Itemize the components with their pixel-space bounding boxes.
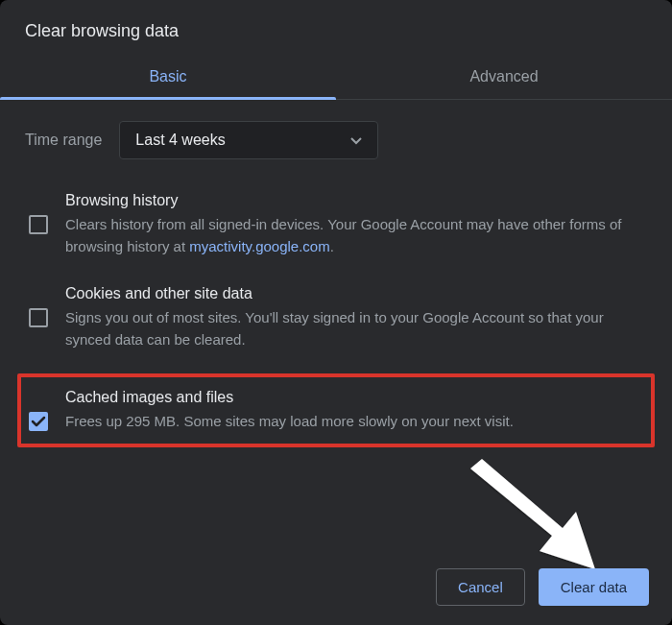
- myactivity-link[interactable]: myactivity.google.com: [189, 238, 329, 254]
- checkbox-browsing-history[interactable]: [29, 215, 48, 234]
- option-title: Cookies and other site data: [65, 285, 643, 302]
- clear-browsing-data-dialog: Clear browsing data Basic Advanced Time …: [0, 0, 672, 625]
- time-range-row: Time range Last 4 weeks: [25, 121, 647, 159]
- option-cookies: Cookies and other site data Signs you ou…: [25, 279, 647, 373]
- time-range-value: Last 4 weeks: [135, 132, 225, 149]
- chevron-down-icon: [350, 132, 362, 149]
- option-title: Browsing history: [65, 192, 643, 209]
- dialog-footer: Cancel Clear data: [436, 568, 649, 606]
- tab-basic-label: Basic: [149, 68, 186, 84]
- highlight-box: Cached images and files Frees up 295 MB.…: [17, 373, 655, 447]
- tab-advanced[interactable]: Advanced: [336, 57, 672, 99]
- option-desc-tail: .: [330, 238, 334, 254]
- option-desc: Frees up 295 MB. Some sites may load mor…: [65, 410, 639, 432]
- option-cache: Cached images and files Frees up 295 MB.…: [25, 383, 643, 438]
- clear-data-button-label: Clear data: [561, 579, 627, 595]
- tab-basic[interactable]: Basic: [0, 57, 336, 99]
- checkbox-cache[interactable]: [29, 412, 48, 431]
- option-desc-text: Clears history from all signed-in device…: [65, 216, 621, 254]
- cancel-button-label: Cancel: [458, 579, 503, 595]
- option-desc: Signs you out of most sites. You'll stay…: [65, 306, 643, 351]
- tab-bar: Basic Advanced: [0, 57, 672, 100]
- check-icon: [30, 413, 47, 430]
- checkbox-cookies[interactable]: [29, 308, 48, 327]
- time-range-select[interactable]: Last 4 weeks: [119, 121, 378, 159]
- tab-advanced-label: Advanced: [469, 68, 538, 84]
- option-title: Cached images and files: [65, 389, 639, 406]
- clear-data-button[interactable]: Clear data: [539, 568, 649, 606]
- dialog-title: Clear browsing data: [0, 0, 672, 57]
- option-desc: Clears history from all signed-in device…: [65, 213, 643, 258]
- time-range-label: Time range: [25, 132, 102, 149]
- option-browsing-history: Browsing history Clears history from all…: [25, 186, 647, 279]
- cancel-button[interactable]: Cancel: [436, 568, 525, 606]
